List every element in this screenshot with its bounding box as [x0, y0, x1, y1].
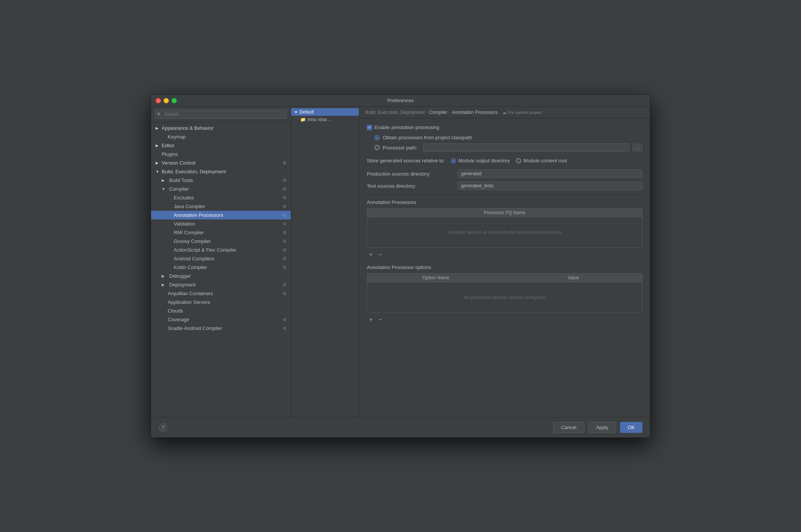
remove-processor-button[interactable]: −	[376, 251, 384, 258]
sidebar-item-application-servers[interactable]: Application Servers	[151, 298, 291, 306]
sidebar-item-android-compilers[interactable]: Android Compilers ⊞	[151, 254, 291, 263]
apply-button[interactable]: Apply	[588, 422, 617, 433]
sidebar-item-coverage[interactable]: Coverage ⊞	[151, 315, 291, 324]
badge-icon: ⊞	[283, 291, 286, 296]
annotation-processors-table-header: Processor FQ Name	[367, 208, 642, 217]
cancel-button[interactable]: Cancel	[553, 422, 584, 433]
indent-wrap: ▶ Debugger	[162, 273, 191, 279]
sidebar-label: Application Servers	[168, 299, 210, 305]
sidebar-item-build-tools[interactable]: ▶ Build Tools ⊞	[151, 176, 291, 185]
processor-path-label: Processor path:	[383, 145, 417, 151]
search-input[interactable]	[155, 110, 287, 119]
sidebar-item-kotlin-compiler[interactable]: Kotlin Compiler ⊞	[151, 263, 291, 272]
enable-annotation-processing-checkbox[interactable]	[367, 125, 372, 130]
sidebar-label: Editor	[162, 143, 175, 148]
sidebar-item-debugger[interactable]: ▶ Debugger	[151, 272, 291, 280]
main-panel: Build, Execution, Deployment › Compiler …	[359, 107, 650, 417]
breadcrumb-sep1: ›	[426, 110, 428, 115]
sidebar-item-clouds[interactable]: Clouds	[151, 306, 291, 315]
store-generated-label: Store generated sources relative to:	[367, 158, 445, 163]
sidebar-item-gradle-android-compiler[interactable]: Gradle-Android Compiler ⊞	[151, 324, 291, 333]
arrow-icon: ▶	[162, 178, 166, 182]
preferences-window: Preferences ▶ Appearance & Behavior ▶ Ke…	[151, 94, 650, 438]
module-content-root-radio[interactable]	[516, 158, 521, 163]
add-option-button[interactable]: +	[367, 316, 375, 324]
minimize-button[interactable]	[164, 98, 169, 103]
processor-path-radio[interactable]	[374, 145, 380, 150]
module-content-root-option[interactable]: Module content root	[516, 158, 567, 163]
sidebar-item-version-control[interactable]: ▶ Version Control ⊞	[151, 159, 291, 167]
sidebar-item-groovy-compiler[interactable]: Groovy Compiler ⊞	[151, 237, 291, 246]
badge-icon: ⊞	[283, 160, 286, 165]
sidebar-label: Groovy Compiler	[174, 238, 211, 244]
sidebar-label: Build Tools	[169, 177, 193, 183]
badge-icon: ⊞	[283, 256, 286, 261]
obtain-from-classpath-radio[interactable]	[374, 135, 380, 140]
module-output-dir-radio[interactable]	[451, 158, 456, 163]
production-sources-dir-input[interactable]	[458, 170, 642, 178]
maximize-button[interactable]	[171, 98, 177, 103]
badge-icon: ⊞	[283, 317, 286, 322]
annotation-processors-table: Processor FQ Name Compiler will run all …	[367, 208, 642, 248]
sidebar-label: RMI Compiler	[174, 230, 204, 235]
traffic-lights	[156, 98, 177, 103]
sidebar-label: ActionScript & Flex Compiler	[174, 247, 236, 253]
remove-option-button[interactable]: −	[376, 316, 384, 324]
tree-item-misc-share[interactable]: 📁 misc-shar…	[291, 116, 359, 123]
production-sources-dir-row: Production sources directory:	[367, 170, 642, 178]
sidebar-label: Gradle-Android Compiler	[168, 325, 222, 331]
sidebar-item-validation[interactable]: Validation ⊞	[151, 219, 291, 228]
sidebar-label: Plugins	[162, 151, 178, 157]
annotation-processor-options-section-title: Annotation Processor options	[367, 264, 642, 270]
enable-annotation-processing-row: Enable annotation processing	[367, 124, 642, 130]
test-sources-dir-row: Test sources directory:	[367, 182, 642, 190]
indent-wrap: ▶ Deployment	[162, 282, 195, 288]
badge-icon: ⊞	[283, 239, 286, 244]
processor-path-row: Processor path: …	[374, 143, 642, 152]
sidebar-item-editor[interactable]: ▶ Editor	[151, 141, 291, 150]
sidebar-item-annotation-processors[interactable]: Annotation Processors ⊞	[151, 211, 291, 219]
tree-item-label: Default	[299, 109, 314, 115]
sidebar-item-java-compiler[interactable]: Java Compiler ⊞	[151, 202, 291, 211]
badge-icon: ⊞	[283, 187, 286, 191]
sidebar-label: Android Compilers	[174, 256, 214, 261]
sidebar-item-compiler[interactable]: ▼ Compiler ⊞	[151, 185, 291, 193]
help-button[interactable]: ?	[159, 423, 168, 432]
value-col: Value	[505, 274, 642, 282]
module-output-dir-option[interactable]: Module output directory	[451, 158, 510, 163]
panel-content: Enable annotation processing Obtain proc…	[359, 118, 650, 417]
sidebar-item-actionscript-flex-compiler[interactable]: ActionScript & Flex Compiler ⊞	[151, 246, 291, 254]
badge-icon: ⊞	[283, 230, 286, 235]
close-button[interactable]	[156, 98, 161, 103]
sidebar-label: Version Control	[162, 160, 195, 166]
breadcrumb: Build, Execution, Deployment › Compiler …	[359, 107, 650, 118]
sidebar-item-appearance-behavior[interactable]: ▶ Appearance & Behavior	[151, 124, 291, 132]
sidebar-list: ▶ Appearance & Behavior ▶ Keymap ▶ Edito…	[151, 122, 291, 417]
sidebar-item-build-execution-deployment[interactable]: ▼ Build, Execution, Deployment	[151, 167, 291, 176]
processor-path-browse-button[interactable]: …	[633, 144, 642, 151]
sidebar-item-deployment[interactable]: ▶ Deployment ⊞	[151, 280, 291, 289]
sidebar-label: Clouds	[168, 308, 183, 314]
sidebar-item-arquillian-containers[interactable]: Arquillian Containers ⊞	[151, 289, 291, 298]
tree-item-default[interactable]: ▼ Default	[291, 108, 359, 116]
sidebar-item-excludes[interactable]: Excludes ⊞	[151, 193, 291, 202]
annotation-processor-options-table: Option Name Value No processor-specific …	[367, 273, 642, 313]
sidebar-label: Deployment	[169, 282, 195, 288]
badge-icon: ⊞	[283, 326, 286, 331]
badge-icon: ⊞	[283, 204, 286, 209]
arrow-icon: ▼	[294, 110, 298, 114]
processor-path-input[interactable]	[423, 143, 630, 152]
test-sources-dir-input[interactable]	[458, 182, 642, 190]
add-processor-button[interactable]: +	[367, 251, 375, 258]
sidebar-item-keymap[interactable]: ▶ Keymap	[151, 132, 291, 141]
search-wrap	[155, 110, 287, 119]
sidebar-item-rmi-compiler[interactable]: RMI Compiler ⊞	[151, 228, 291, 237]
processor-fq-name-col: Processor FQ Name	[367, 208, 642, 217]
tree-panel: ▼ Default 📁 misc-shar…	[291, 107, 359, 417]
title-bar: Preferences	[151, 95, 650, 107]
sidebar-item-plugins[interactable]: ▶ Plugins	[151, 150, 291, 159]
indent-wrap: ▼ Compiler	[162, 186, 189, 192]
annotation-processor-options-table-header: Option Name Value	[367, 274, 642, 282]
sidebar-label: Excludes	[174, 195, 194, 201]
ok-button[interactable]: OK	[620, 422, 642, 433]
